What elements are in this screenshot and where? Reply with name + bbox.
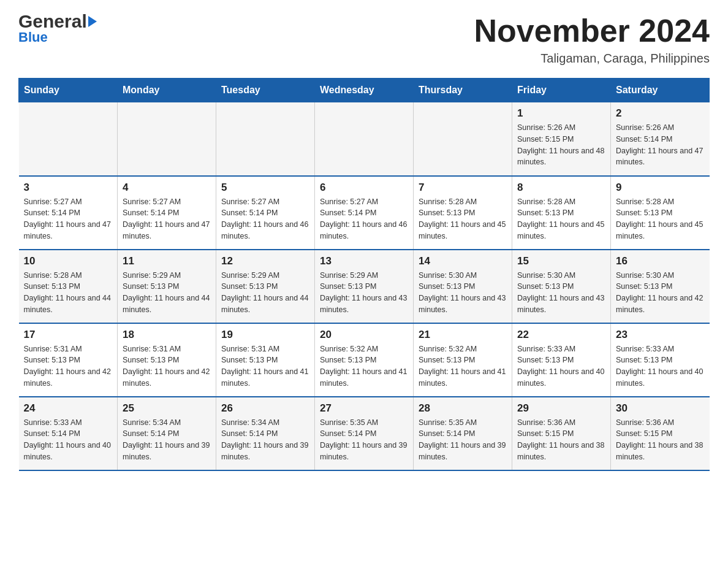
day-info: Sunrise: 5:30 AM Sunset: 5:13 PM Dayligh… [616,270,705,316]
calendar-cell: 21Sunrise: 5:32 AM Sunset: 5:13 PM Dayli… [414,323,512,397]
location-title: Taligaman, Caraga, Philippines [474,52,710,66]
day-info: Sunrise: 5:27 AM Sunset: 5:14 PM Dayligh… [221,196,309,242]
calendar-header: Sunday Monday Tuesday Wednesday Thursday… [19,79,710,102]
day-info: Sunrise: 5:35 AM Sunset: 5:14 PM Dayligh… [419,417,507,463]
calendar-cell [19,102,118,176]
day-info: Sunrise: 5:32 AM Sunset: 5:13 PM Dayligh… [419,343,507,389]
day-number: 14 [419,255,507,267]
calendar-cell: 19Sunrise: 5:31 AM Sunset: 5:13 PM Dayli… [216,323,315,397]
day-info: Sunrise: 5:33 AM Sunset: 5:14 PM Dayligh… [24,417,113,463]
calendar-week-2: 3Sunrise: 5:27 AM Sunset: 5:14 PM Daylig… [19,176,710,250]
day-info: Sunrise: 5:28 AM Sunset: 5:13 PM Dayligh… [517,196,605,242]
calendar-cell: 27Sunrise: 5:35 AM Sunset: 5:14 PM Dayli… [315,397,414,470]
day-info: Sunrise: 5:29 AM Sunset: 5:13 PM Dayligh… [320,270,408,316]
day-number: 23 [616,329,705,341]
calendar-cell: 14Sunrise: 5:30 AM Sunset: 5:13 PM Dayli… [414,250,512,323]
calendar-cell: 20Sunrise: 5:32 AM Sunset: 5:13 PM Dayli… [315,323,414,397]
calendar-body: 1Sunrise: 5:26 AM Sunset: 5:15 PM Daylig… [19,102,710,470]
day-number: 5 [221,182,309,194]
calendar-cell: 5Sunrise: 5:27 AM Sunset: 5:14 PM Daylig… [216,176,315,250]
day-number: 18 [123,329,211,341]
day-number: 22 [517,329,605,341]
calendar-cell: 9Sunrise: 5:28 AM Sunset: 5:13 PM Daylig… [611,176,710,250]
day-info: Sunrise: 5:27 AM Sunset: 5:14 PM Dayligh… [24,196,113,242]
day-info: Sunrise: 5:34 AM Sunset: 5:14 PM Dayligh… [123,417,211,463]
calendar-week-4: 17Sunrise: 5:31 AM Sunset: 5:13 PM Dayli… [19,323,710,397]
logo-general-label: General [18,12,87,31]
calendar-cell: 4Sunrise: 5:27 AM Sunset: 5:14 PM Daylig… [118,176,216,250]
calendar-cell: 11Sunrise: 5:29 AM Sunset: 5:13 PM Dayli… [118,250,216,323]
day-number: 12 [221,255,309,267]
calendar-week-1: 1Sunrise: 5:26 AM Sunset: 5:15 PM Daylig… [19,102,710,176]
day-info: Sunrise: 5:33 AM Sunset: 5:13 PM Dayligh… [616,343,705,389]
day-number: 29 [517,402,605,415]
day-number: 4 [123,182,211,194]
day-info: Sunrise: 5:36 AM Sunset: 5:15 PM Dayligh… [616,417,705,463]
day-info: Sunrise: 5:27 AM Sunset: 5:14 PM Dayligh… [123,196,211,242]
header-friday: Friday [512,79,611,102]
day-number: 26 [221,402,309,415]
calendar-cell: 10Sunrise: 5:28 AM Sunset: 5:13 PM Dayli… [19,250,118,323]
header-thursday: Thursday [414,79,512,102]
day-number: 11 [123,255,211,267]
day-info: Sunrise: 5:29 AM Sunset: 5:13 PM Dayligh… [221,270,309,316]
calendar-week-3: 10Sunrise: 5:28 AM Sunset: 5:13 PM Dayli… [19,250,710,323]
day-number: 28 [419,402,507,415]
day-number: 6 [320,182,408,194]
day-info: Sunrise: 5:30 AM Sunset: 5:13 PM Dayligh… [517,270,605,316]
calendar-cell [216,102,315,176]
calendar-cell: 2Sunrise: 5:26 AM Sunset: 5:14 PM Daylig… [611,102,710,176]
logo-blue-label: Blue [18,31,48,44]
logo-general-text: General [18,12,97,31]
day-number: 13 [320,255,408,267]
header-saturday: Saturday [611,79,710,102]
day-info: Sunrise: 5:33 AM Sunset: 5:13 PM Dayligh… [517,343,605,389]
day-info: Sunrise: 5:31 AM Sunset: 5:13 PM Dayligh… [221,343,309,389]
calendar-cell: 23Sunrise: 5:33 AM Sunset: 5:13 PM Dayli… [611,323,710,397]
day-number: 7 [419,182,507,194]
header-sunday: Sunday [19,79,118,102]
day-info: Sunrise: 5:34 AM Sunset: 5:14 PM Dayligh… [221,417,309,463]
day-info: Sunrise: 5:36 AM Sunset: 5:15 PM Dayligh… [517,417,605,463]
day-number: 24 [24,402,113,415]
calendar-cell: 12Sunrise: 5:29 AM Sunset: 5:13 PM Dayli… [216,250,315,323]
day-number: 25 [123,402,211,415]
day-info: Sunrise: 5:26 AM Sunset: 5:15 PM Dayligh… [517,122,605,168]
day-number: 19 [221,329,309,341]
calendar-cell: 30Sunrise: 5:36 AM Sunset: 5:15 PM Dayli… [611,397,710,470]
day-number: 3 [24,182,113,194]
calendar-cell: 26Sunrise: 5:34 AM Sunset: 5:14 PM Dayli… [216,397,315,470]
day-number: 2 [616,107,705,120]
day-number: 20 [320,329,408,341]
day-info: Sunrise: 5:32 AM Sunset: 5:13 PM Dayligh… [320,343,408,389]
calendar-cell: 15Sunrise: 5:30 AM Sunset: 5:13 PM Dayli… [512,250,611,323]
day-info: Sunrise: 5:31 AM Sunset: 5:13 PM Dayligh… [123,343,211,389]
header-wednesday: Wednesday [315,79,414,102]
day-info: Sunrise: 5:28 AM Sunset: 5:13 PM Dayligh… [24,270,113,316]
day-info: Sunrise: 5:27 AM Sunset: 5:14 PM Dayligh… [320,196,408,242]
day-number: 17 [24,329,113,341]
calendar-cell: 28Sunrise: 5:35 AM Sunset: 5:14 PM Dayli… [414,397,512,470]
calendar-cell: 22Sunrise: 5:33 AM Sunset: 5:13 PM Dayli… [512,323,611,397]
calendar-cell: 7Sunrise: 5:28 AM Sunset: 5:13 PM Daylig… [414,176,512,250]
day-number: 1 [517,107,605,120]
day-info: Sunrise: 5:28 AM Sunset: 5:13 PM Dayligh… [419,196,507,242]
page-header: General Blue November 2024 Taligaman, Ca… [18,12,710,66]
day-info: Sunrise: 5:30 AM Sunset: 5:13 PM Dayligh… [419,270,507,316]
day-info: Sunrise: 5:28 AM Sunset: 5:13 PM Dayligh… [616,196,705,242]
day-number: 30 [616,402,705,415]
header-tuesday: Tuesday [216,79,315,102]
calendar-cell: 18Sunrise: 5:31 AM Sunset: 5:13 PM Dayli… [118,323,216,397]
day-info: Sunrise: 5:35 AM Sunset: 5:14 PM Dayligh… [320,417,408,463]
day-number: 15 [517,255,605,267]
calendar-cell: 25Sunrise: 5:34 AM Sunset: 5:14 PM Dayli… [118,397,216,470]
logo: General Blue [18,12,97,44]
calendar-cell: 29Sunrise: 5:36 AM Sunset: 5:15 PM Dayli… [512,397,611,470]
calendar-cell [118,102,216,176]
month-title: November 2024 [474,12,710,49]
day-number: 27 [320,402,408,415]
calendar-week-5: 24Sunrise: 5:33 AM Sunset: 5:14 PM Dayli… [19,397,710,470]
logo-triangle-icon [88,16,97,27]
calendar-cell: 6Sunrise: 5:27 AM Sunset: 5:14 PM Daylig… [315,176,414,250]
day-info: Sunrise: 5:31 AM Sunset: 5:13 PM Dayligh… [24,343,113,389]
